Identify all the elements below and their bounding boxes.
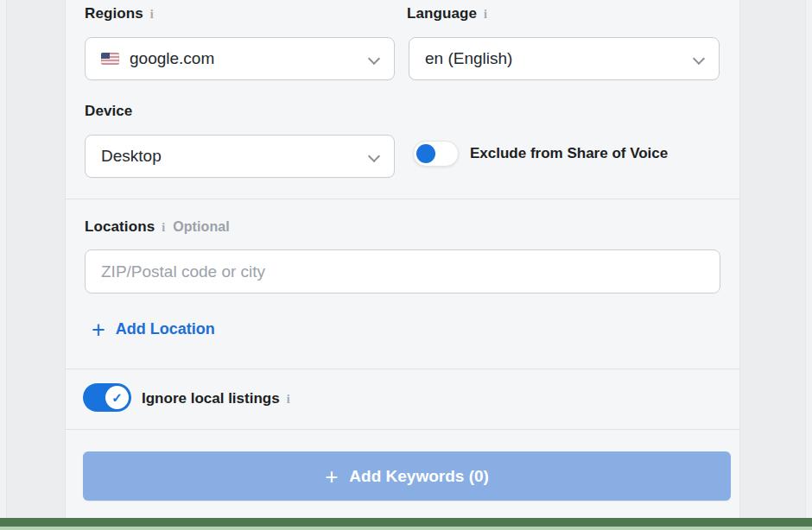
language-select-value: en (English)	[425, 49, 685, 68]
device-label: Device	[85, 103, 132, 120]
keyword-settings-panel: Regionsi google.com Languagei en (Englis…	[65, 0, 740, 518]
toggle-knob	[416, 144, 435, 163]
ignore-local-listings-info-icon[interactable]: i	[287, 393, 290, 406]
ignore-local-listings-toggle[interactable]: ✓	[83, 383, 131, 412]
plus-icon: +	[325, 467, 338, 486]
plus-icon: +	[92, 321, 105, 338]
section-divider	[66, 199, 739, 199]
us-flag-icon	[101, 53, 119, 65]
regions-select-value: google.com	[130, 49, 360, 68]
regions-info-icon[interactable]: i	[150, 8, 154, 21]
add-location-button[interactable]: + Add Location	[92, 320, 215, 338]
chevron-down-icon	[369, 152, 378, 161]
ignore-local-listings-label: Ignore local listingsi	[142, 390, 290, 407]
locations-optional-tag: Optional	[173, 219, 230, 234]
regions-label: Regionsi	[85, 5, 154, 22]
device-select[interactable]: Desktop	[85, 135, 395, 178]
locations-label: LocationsiOptional	[85, 218, 230, 236]
toggle-knob: ✓	[105, 386, 129, 409]
exclude-share-of-voice-label: Exclude from Share of Voice	[470, 145, 668, 162]
locations-info-icon[interactable]: i	[162, 221, 165, 234]
left-gutter	[0, 0, 7, 518]
device-select-value: Desktop	[101, 147, 360, 166]
add-keywords-label: Add Keywords (0)	[349, 467, 489, 486]
footer-divider	[66, 429, 739, 430]
bottom-bar-light-green	[0, 527, 812, 530]
add-location-label: Add Location	[116, 320, 215, 338]
location-input[interactable]	[85, 249, 720, 293]
add-keywords-button[interactable]: + Add Keywords (0)	[83, 451, 731, 501]
right-gutter	[805, 0, 812, 518]
regions-select[interactable]: google.com	[85, 37, 395, 80]
chevron-down-icon	[694, 54, 703, 64]
language-select[interactable]: en (English)	[409, 37, 720, 80]
exclude-share-of-voice-toggle[interactable]	[413, 141, 459, 167]
section-divider	[66, 369, 739, 369]
language-label: Languagei	[407, 5, 487, 22]
bottom-bar-dark-green	[0, 518, 812, 527]
check-icon: ✓	[111, 390, 123, 406]
language-info-icon[interactable]: i	[484, 8, 487, 21]
chevron-down-icon	[369, 54, 378, 64]
